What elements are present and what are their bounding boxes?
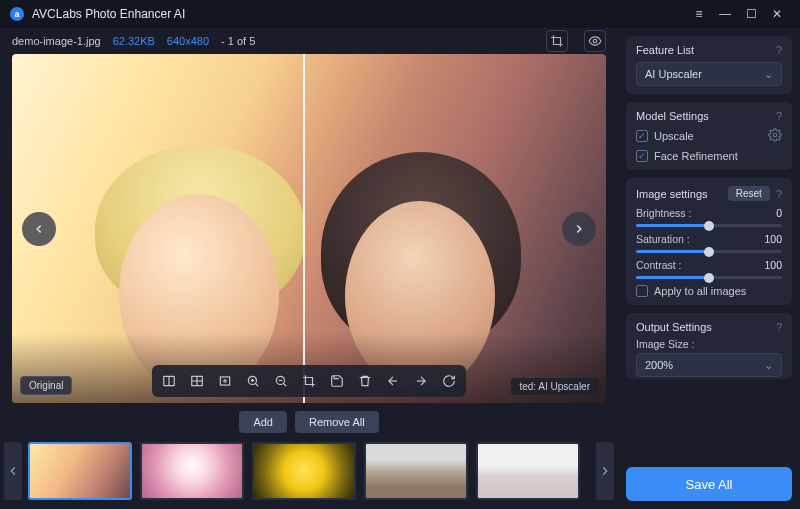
- upscale-checkbox[interactable]: ✓: [636, 130, 648, 142]
- thumbnail-item[interactable]: [140, 442, 244, 500]
- svg-point-7: [224, 380, 226, 382]
- gear-icon[interactable]: [768, 128, 782, 144]
- undo-button[interactable]: [380, 370, 406, 392]
- upscale-label: Upscale: [654, 130, 694, 142]
- svg-point-0: [593, 39, 597, 43]
- compare-side-button[interactable]: [156, 370, 182, 392]
- eye-icon: [588, 34, 602, 48]
- model-settings-heading: Model Settings: [636, 110, 709, 122]
- saturation-value: 100: [764, 233, 782, 245]
- zoom-in-button[interactable]: [240, 370, 266, 392]
- crop-tool-button[interactable]: [296, 370, 322, 392]
- delete-button[interactable]: [352, 370, 378, 392]
- next-image-button[interactable]: [562, 212, 596, 246]
- file-name: demo-image-1.jpg: [12, 35, 101, 47]
- contrast-slider[interactable]: [636, 276, 782, 279]
- redo-button[interactable]: [408, 370, 434, 392]
- crop-button[interactable]: [546, 30, 568, 52]
- chevron-left-icon: [6, 464, 20, 478]
- contrast-label: Contrast :: [636, 259, 682, 271]
- help-icon[interactable]: ?: [776, 321, 782, 333]
- image-size-select[interactable]: 200% ⌄: [636, 353, 782, 377]
- fit-icon: [218, 374, 232, 388]
- saturation-slider[interactable]: [636, 250, 782, 253]
- apply-all-checkbox[interactable]: ✓: [636, 285, 648, 297]
- add-button[interactable]: Add: [239, 411, 287, 433]
- compare-grid-button[interactable]: [184, 370, 210, 392]
- refresh-button[interactable]: [436, 370, 462, 392]
- saturation-label: Saturation :: [636, 233, 690, 245]
- output-settings-heading: Output Settings: [636, 321, 712, 333]
- thumbnail-list: [28, 442, 590, 500]
- svg-line-11: [255, 383, 258, 386]
- arrow-left-icon: [386, 374, 400, 388]
- apply-all-label: Apply to all images: [654, 285, 746, 297]
- brightness-value: 0: [776, 207, 782, 219]
- chevron-right-icon: [572, 222, 586, 236]
- feature-list-heading: Feature List: [636, 44, 694, 56]
- help-icon[interactable]: ?: [776, 110, 782, 122]
- svg-line-14: [283, 383, 286, 386]
- crop-icon: [302, 374, 316, 388]
- thumbnail-item[interactable]: [28, 442, 132, 500]
- chevron-left-icon: [32, 222, 46, 236]
- save-single-button[interactable]: [324, 370, 350, 392]
- prev-image-button[interactable]: [22, 212, 56, 246]
- app-logo: a: [10, 7, 24, 21]
- svg-point-17: [773, 133, 777, 137]
- slider-handle[interactable]: [704, 273, 714, 283]
- zoom-in-icon: [246, 374, 260, 388]
- brightness-slider[interactable]: [636, 224, 782, 227]
- chevron-right-icon: [598, 464, 612, 478]
- trash-icon: [358, 374, 372, 388]
- maximize-button[interactable]: ☐: [738, 7, 764, 21]
- feature-select-value: AI Upscaler: [645, 68, 702, 80]
- slider-handle[interactable]: [704, 247, 714, 257]
- arrow-right-icon: [414, 374, 428, 388]
- output-settings-panel: Output Settings ? Image Size : 200% ⌄: [626, 313, 792, 379]
- image-settings-heading: Image settings: [636, 188, 708, 200]
- file-position: - 1 of 5: [221, 35, 255, 47]
- svg-rect-6: [220, 377, 229, 385]
- minimize-button[interactable]: —: [712, 7, 738, 21]
- preview-toolbar: [152, 365, 466, 397]
- fit-button[interactable]: [212, 370, 238, 392]
- thumb-scroll-right[interactable]: [596, 442, 614, 500]
- brightness-label: Brightness :: [636, 207, 691, 219]
- reset-button[interactable]: Reset: [728, 186, 770, 201]
- close-button[interactable]: ✕: [764, 7, 790, 21]
- chevron-down-icon: ⌄: [764, 68, 773, 81]
- save-icon: [330, 374, 344, 388]
- file-resolution: 640x480: [167, 35, 209, 47]
- model-settings-panel: Model Settings ? ✓ Upscale ✓ Face Refine…: [626, 102, 792, 170]
- result-badge: ted: AI Upscaler: [511, 378, 598, 395]
- thumbnail-item[interactable]: [252, 442, 356, 500]
- split-vertical-icon: [162, 374, 176, 388]
- grid-icon: [190, 374, 204, 388]
- chevron-down-icon: ⌄: [764, 359, 773, 372]
- feature-list-panel: Feature List ? AI Upscaler ⌄: [626, 36, 792, 94]
- help-icon[interactable]: ?: [776, 44, 782, 56]
- image-size-label: Image Size :: [636, 338, 782, 350]
- preview-toggle-button[interactable]: [584, 30, 606, 52]
- zoom-out-button[interactable]: [268, 370, 294, 392]
- image-settings-panel: Image settings Reset ? Brightness : 0 Sa…: [626, 178, 792, 305]
- thumb-scroll-left[interactable]: [4, 442, 22, 500]
- feature-select[interactable]: AI Upscaler ⌄: [636, 62, 782, 86]
- crop-icon: [550, 34, 564, 48]
- preview-area: Original ted: AI Upscaler: [12, 54, 606, 403]
- compare-split-handle[interactable]: [303, 54, 305, 403]
- face-refinement-label: Face Refinement: [654, 150, 738, 162]
- face-refinement-checkbox[interactable]: ✓: [636, 150, 648, 162]
- thumbnail-item[interactable]: [476, 442, 580, 500]
- image-size-value: 200%: [645, 359, 673, 371]
- help-icon[interactable]: ?: [776, 188, 782, 200]
- remove-all-button[interactable]: Remove All: [295, 411, 379, 433]
- slider-handle[interactable]: [704, 221, 714, 231]
- thumbnail-item[interactable]: [364, 442, 468, 500]
- file-size: 62.32KB: [113, 35, 155, 47]
- zoom-out-icon: [274, 374, 288, 388]
- refresh-icon: [442, 374, 456, 388]
- save-all-button[interactable]: Save All: [626, 467, 792, 501]
- menu-button[interactable]: ≡: [686, 7, 712, 21]
